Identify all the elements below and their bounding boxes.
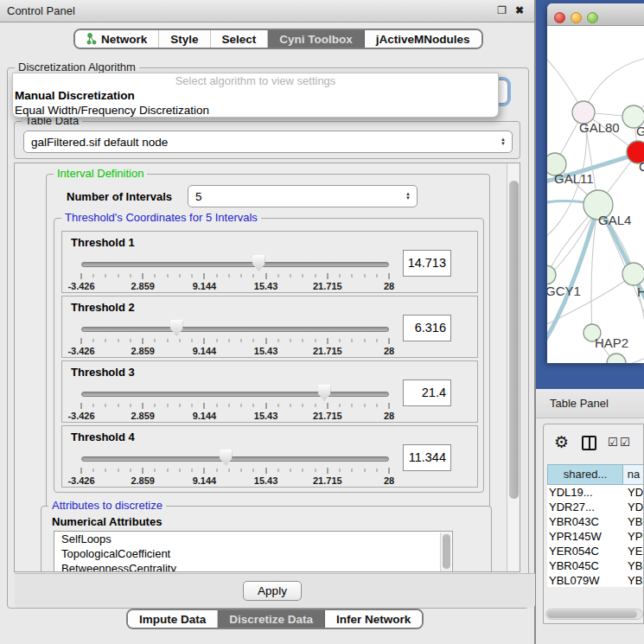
slider-track[interactable] xyxy=(81,327,389,332)
table-row[interactable]: YER054CYER0 xyxy=(547,544,644,558)
threshold-value-field[interactable]: 11.344 xyxy=(403,444,451,471)
table-cell[interactable]: YBL0 xyxy=(623,573,644,587)
threshold-value-field[interactable]: 21.4 xyxy=(403,379,451,406)
network-node[interactable] xyxy=(622,263,644,285)
table-cell[interactable]: YBR045C xyxy=(547,558,623,573)
table-cell[interactable]: YPR1 xyxy=(623,529,644,544)
apply-button[interactable]: Apply xyxy=(243,581,302,601)
table-cell[interactable]: YBR0 xyxy=(623,514,644,529)
table-row[interactable]: YBR043CYBR0 xyxy=(547,514,644,529)
top-tab-bar: Network Style Select Cyni Toolbox jActiv… xyxy=(73,29,483,49)
slider-thumb[interactable] xyxy=(170,320,183,336)
table-cell[interactable]: YER0 xyxy=(623,544,644,558)
major-tick xyxy=(204,273,205,279)
tab-infer-network[interactable]: Infer Network xyxy=(325,610,422,628)
major-tick xyxy=(327,468,328,474)
tab-discretize-data[interactable]: Discretize Data xyxy=(218,610,325,628)
network-node[interactable] xyxy=(547,265,556,284)
minor-tick xyxy=(179,274,180,277)
select-none-checkbox-icon[interactable]: ☑ xyxy=(620,437,630,448)
table-cell[interactable]: YDL19... xyxy=(547,485,623,500)
number-of-intervals-combobox[interactable]: 5 ▲▼ xyxy=(188,185,418,207)
table-row[interactable]: YBL079WYBL0 xyxy=(547,573,644,587)
slider-track[interactable] xyxy=(81,262,389,267)
column-header-name[interactable]: na xyxy=(623,464,644,485)
table-cell[interactable]: YBL079W xyxy=(547,573,623,587)
tab-network[interactable]: Network xyxy=(75,30,159,48)
network-edge[interactable] xyxy=(583,56,644,112)
slider-track[interactable] xyxy=(81,392,389,397)
popup-item-manual-discretization[interactable]: Manual Discretization xyxy=(13,88,498,103)
minor-tick xyxy=(118,404,118,407)
table-row[interactable]: YDL19...YDL1 xyxy=(547,485,644,500)
threshold-value-field[interactable]: 6.316 xyxy=(403,315,451,341)
numerical-attributes-list[interactable]: SelfLoopsTopologicalCoefficientBetweenne… xyxy=(54,531,453,572)
slider-thumb[interactable] xyxy=(220,450,233,466)
major-tick xyxy=(81,468,82,474)
table-row[interactable]: YBR045CYBR0 xyxy=(547,558,644,573)
table-cell[interactable]: YDR2 xyxy=(623,500,644,514)
network-view-window[interactable]: GAL80GACGAL11GAL4GCY1HAHAP2 xyxy=(547,3,644,363)
minor-tick xyxy=(167,469,168,472)
node-table[interactable]: shared... na YDL19...YDL1YDR27...YDR2YBR… xyxy=(547,464,644,587)
columns-icon[interactable] xyxy=(582,436,596,450)
table-cell[interactable]: YDR27... xyxy=(547,500,623,514)
table-row[interactable]: YDR27...YDR2 xyxy=(547,500,644,514)
zoom-traffic-light-icon[interactable] xyxy=(587,12,598,23)
scrollbar-thumb[interactable] xyxy=(509,181,519,499)
scrollbar-thumb[interactable] xyxy=(547,610,637,618)
table-data-combobox[interactable]: galFiltered.sif default node ▲▼ xyxy=(23,131,513,153)
settings-scrollpane: Interval Definition Number of Intervals … xyxy=(14,163,520,572)
minor-tick xyxy=(118,274,118,277)
attributes-list-scrollbar[interactable] xyxy=(440,532,451,572)
slider-thumb[interactable] xyxy=(318,385,331,401)
table-cell[interactable]: YBR043C xyxy=(547,514,623,529)
threshold-slider[interactable]: -3.4262.8599.14415.4321.71528 xyxy=(81,449,389,483)
major-tick xyxy=(265,273,266,279)
tab-cyni-toolbox[interactable]: Cyni Toolbox xyxy=(268,30,365,48)
list-item[interactable]: BetweennessCentrality xyxy=(54,561,452,572)
minor-tick xyxy=(253,404,254,407)
minor-tick xyxy=(303,339,303,342)
float-window-icon[interactable]: ❐ xyxy=(497,0,507,22)
tick-label: 21.715 xyxy=(313,411,342,421)
column-header-shared-name[interactable]: shared... xyxy=(547,464,623,485)
tab-jactivemnodules[interactable]: jActiveMNodules xyxy=(365,30,481,48)
settings-scrollbar[interactable] xyxy=(507,163,520,571)
list-item[interactable]: TopologicalCoefficient xyxy=(54,546,452,561)
slider-track[interactable] xyxy=(81,456,389,462)
network-canvas[interactable]: GAL80GACGAL11GAL4GCY1HAHAP2 xyxy=(547,26,644,363)
tab-style[interactable]: Style xyxy=(159,30,210,48)
table-cell[interactable]: YDL1 xyxy=(623,485,644,500)
minor-tick xyxy=(303,469,303,472)
threshold-slider[interactable]: -3.4262.8599.14415.4321.71528 xyxy=(81,319,389,354)
tick-label: 28 xyxy=(384,475,394,486)
desktop-background: GAL80GACGAL11GAL4GCY1HAHAP2 xyxy=(536,0,644,389)
popup-item-equal-width-frequency[interactable]: Equal Width/Frequency Discretization xyxy=(13,103,498,118)
table-rows: YDL19...YDL1YDR27...YDR2YBR043CYBR0YPR14… xyxy=(547,485,644,587)
list-item[interactable]: SelfLoops xyxy=(54,532,452,546)
table-cell[interactable]: YER054C xyxy=(547,544,623,558)
close-traffic-light-icon[interactable] xyxy=(554,12,565,23)
scrollbar-thumb[interactable] xyxy=(443,534,450,569)
table-cell[interactable]: YPR145W xyxy=(547,529,623,544)
minimize-traffic-light-icon[interactable] xyxy=(571,12,582,23)
table-cell[interactable]: YBR0 xyxy=(623,558,644,573)
slider-tick-labels: -3.4262.8599.14415.4321.71528 xyxy=(81,281,389,291)
network-node[interactable] xyxy=(607,354,626,363)
tab-impute-data[interactable]: Impute Data xyxy=(128,610,218,628)
network-node-label: GAL11 xyxy=(554,171,594,186)
select-all-checkbox-icon[interactable]: ☑ xyxy=(608,437,618,448)
gear-icon[interactable]: ⚙ xyxy=(554,432,569,452)
tick-label: 2.859 xyxy=(131,411,155,421)
close-icon[interactable]: ✖ xyxy=(515,0,524,22)
threshold-slider[interactable]: -3.4262.8599.14415.4321.71528 xyxy=(81,254,389,289)
network-window-titlebar[interactable] xyxy=(547,3,644,26)
table-panel-toolbar: ⚙ ☑ ☑ xyxy=(544,424,643,462)
table-row[interactable]: YPR145WYPR1 xyxy=(547,529,644,544)
table-horizontal-scrollbar[interactable] xyxy=(545,609,643,620)
tab-select[interactable]: Select xyxy=(211,30,269,48)
slider-thumb[interactable] xyxy=(252,255,265,271)
threshold-slider[interactable]: -3.4262.8599.14415.4321.71528 xyxy=(81,384,389,418)
threshold-value-field[interactable]: 14.713 xyxy=(403,250,451,277)
